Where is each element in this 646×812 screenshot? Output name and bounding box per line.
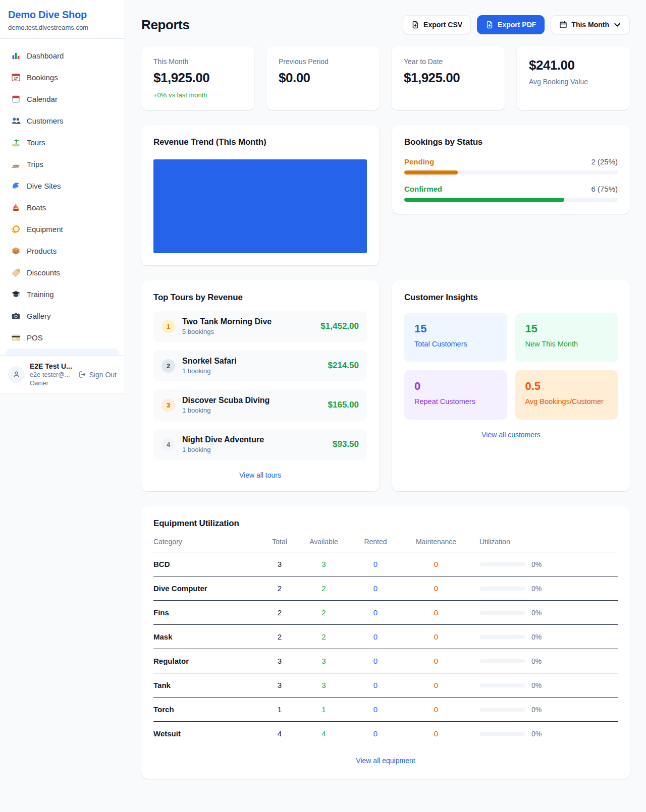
utilization-bar bbox=[479, 611, 525, 615]
cell-utilization: 0% bbox=[471, 609, 618, 617]
status-row-pending: Pending 2 (25%) bbox=[404, 157, 618, 175]
view-all-customers-link[interactable]: View all customers bbox=[404, 431, 618, 439]
user-icon bbox=[12, 370, 21, 379]
status-progress-track bbox=[404, 198, 618, 202]
column-header-total: Total bbox=[262, 538, 297, 546]
tour-bookings: 1 booking bbox=[182, 367, 237, 375]
sidebar-item-label: Customers bbox=[27, 117, 64, 125]
package-icon bbox=[11, 246, 21, 256]
sidebar-item-label: Equipment bbox=[27, 225, 63, 234]
sidebar-item-pos[interactable]: POS bbox=[6, 327, 119, 349]
insight-value: 15 bbox=[525, 322, 608, 335]
table-row: Wetsuit 4 4 0 0 0% bbox=[153, 722, 618, 745]
cell-available: 3 bbox=[297, 681, 350, 689]
sign-out-label: Sign Out bbox=[89, 371, 117, 379]
tour-bookings: 1 booking bbox=[182, 446, 264, 453]
cell-rented: 0 bbox=[350, 560, 401, 568]
stat-card-avg-booking-value: $241.00 Avg Booking Value bbox=[517, 46, 630, 110]
view-all-equipment-link[interactable]: View all equipment bbox=[153, 757, 618, 765]
tour-row[interactable]: 2 Snorkel Safari 1 booking $214.50 bbox=[153, 350, 367, 381]
insight-tile-repeat-customers: 0 Repeat Customers bbox=[404, 370, 507, 420]
sidebar-item-dive-sites[interactable]: Dive Sites bbox=[6, 175, 119, 197]
tour-row[interactable]: 4 Night Dive Adventure 1 booking $93.50 bbox=[153, 429, 367, 460]
sidebar-item-label: Tours bbox=[27, 138, 45, 147]
sidebar-item-label: POS bbox=[27, 333, 43, 342]
shop-name: Demo Dive Shop bbox=[8, 9, 117, 21]
cell-category: Torch bbox=[153, 705, 262, 714]
sidebar-item-label: Trips bbox=[27, 160, 43, 168]
status-label: Confirmed bbox=[404, 185, 442, 193]
sidebar-item-trips[interactable]: Trips bbox=[6, 153, 119, 175]
utilization-percent: 0% bbox=[531, 681, 542, 689]
sidebar-item-label: Discounts bbox=[27, 268, 60, 277]
utilization-bar bbox=[479, 683, 525, 687]
cell-rented: 0 bbox=[350, 681, 401, 689]
cell-utilization: 0% bbox=[471, 633, 618, 641]
rank-badge: 3 bbox=[162, 398, 175, 412]
tour-name: Discover Scuba Diving bbox=[182, 396, 270, 405]
sidebar-item-products[interactable]: Products bbox=[6, 240, 119, 262]
charts-row: Revenue Trend (This Month) Bookings by S… bbox=[141, 125, 630, 265]
calendar-icon bbox=[559, 21, 567, 29]
sidebar-item-customers[interactable]: Customers bbox=[6, 110, 119, 132]
export-csv-label: Export CSV bbox=[423, 21, 462, 29]
tour-row[interactable]: 1 Two Tank Morning Dive 5 bookings $1,45… bbox=[153, 311, 367, 342]
cell-total: 2 bbox=[262, 584, 297, 593]
utilization-bar bbox=[479, 659, 525, 663]
revenue-trend-card: Revenue Trend (This Month) bbox=[141, 125, 379, 265]
sidebar-item-discounts[interactable]: Discounts bbox=[6, 262, 119, 283]
cell-available: 4 bbox=[297, 729, 350, 738]
bookings-by-status-card: Bookings by Status Pending 2 (25%) Confi… bbox=[392, 125, 630, 214]
sidebar-item-gallery[interactable]: Gallery bbox=[6, 305, 119, 327]
table-row: Fins 2 2 0 0 0% bbox=[153, 601, 618, 625]
table-row: Regulator 3 3 0 0 0% bbox=[153, 649, 618, 673]
stat-label: Previous Period bbox=[279, 57, 367, 66]
cell-category: Mask bbox=[153, 632, 262, 641]
sailboat-icon bbox=[11, 203, 21, 212]
tour-revenue: $93.50 bbox=[333, 439, 359, 449]
cell-total: 3 bbox=[262, 681, 297, 689]
column-header-available: Available bbox=[297, 538, 350, 546]
island-icon bbox=[11, 138, 21, 147]
svg-text:17: 17 bbox=[14, 77, 18, 81]
shop-domain: demo.test.divestreams.com bbox=[8, 24, 117, 31]
utilization-bar bbox=[479, 708, 525, 712]
cell-utilization: 0% bbox=[471, 585, 618, 593]
bar-chart-icon bbox=[11, 51, 21, 61]
period-dropdown[interactable]: This Month bbox=[551, 15, 630, 34]
user-role: Owner bbox=[30, 379, 74, 387]
sidebar-item-dashboard[interactable]: Dashboard bbox=[6, 45, 119, 67]
sidebar-item-training[interactable]: Training bbox=[6, 283, 119, 305]
stat-delta: +0% vs last month bbox=[153, 91, 242, 99]
table-row: Torch 1 1 0 0 0% bbox=[153, 698, 618, 722]
cell-utilization: 0% bbox=[471, 657, 618, 665]
credit-card-icon bbox=[11, 333, 21, 342]
tour-bookings: 1 booking bbox=[182, 407, 270, 414]
tour-row[interactable]: 3 Discover Scuba Diving 1 booking $165.0… bbox=[153, 389, 367, 421]
status-count: 6 (75%) bbox=[591, 185, 618, 193]
sidebar-item-label: Gallery bbox=[27, 312, 51, 320]
sidebar-item-active-partial[interactable] bbox=[6, 349, 119, 355]
stat-card-previous-period: Previous Period $0.00 bbox=[266, 46, 380, 110]
utilization-bar bbox=[479, 635, 525, 639]
export-pdf-label: Export PDF bbox=[498, 21, 536, 29]
cell-utilization: 0% bbox=[471, 706, 618, 714]
sidebar-item-boats[interactable]: Boats bbox=[6, 197, 119, 218]
sign-out-button[interactable]: Sign Out bbox=[79, 371, 117, 379]
sidebar-item-equipment[interactable]: Equipment bbox=[6, 218, 119, 240]
two-people-icon bbox=[11, 116, 21, 126]
insight-value: 15 bbox=[414, 322, 497, 335]
sidebar-item-tours[interactable]: Tours bbox=[6, 132, 119, 153]
avatar bbox=[8, 366, 25, 383]
cell-maintenance: 0 bbox=[401, 608, 471, 617]
view-all-tours-link[interactable]: View all tours bbox=[153, 471, 367, 479]
file-download-icon bbox=[411, 21, 419, 29]
tour-revenue: $165.00 bbox=[328, 400, 359, 410]
tour-revenue: $214.50 bbox=[328, 361, 359, 371]
export-csv-button[interactable]: Export CSV bbox=[403, 15, 471, 34]
sidebar-item-calendar[interactable]: Calendar bbox=[6, 88, 119, 110]
sidebar-item-bookings[interactable]: 17 Bookings bbox=[6, 67, 119, 88]
main-content: Reports Export CSV Export PDF This Month… bbox=[125, 0, 646, 799]
export-pdf-button[interactable]: Export PDF bbox=[477, 15, 545, 34]
cell-available: 1 bbox=[297, 705, 350, 714]
